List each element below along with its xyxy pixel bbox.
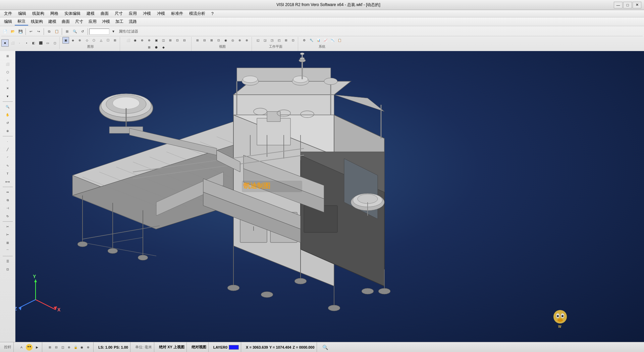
sb-layer[interactable]: ☰ bbox=[2, 258, 13, 265]
sys-icon-3[interactable]: 📊 bbox=[315, 37, 322, 44]
img-icon-5[interactable]: ▣ bbox=[153, 37, 160, 44]
sb-select-poly[interactable]: ⬡ bbox=[2, 69, 13, 76]
sys-icon-1[interactable]: ⚙ bbox=[301, 37, 308, 44]
viewport[interactable]: X Y Z 凯迪制图 KD bbox=[15, 51, 644, 342]
tab-apply[interactable]: 应用 bbox=[86, 18, 99, 25]
sb-point[interactable]: · bbox=[2, 138, 13, 145]
shape-icon-3[interactable]: ⊕ bbox=[76, 37, 83, 44]
sb-spline[interactable]: ∿ bbox=[2, 162, 13, 169]
si-ref[interactable]: ⊗ bbox=[85, 345, 91, 350]
filter-wire[interactable]: ⬜ bbox=[9, 40, 16, 46]
shape-icon-4[interactable]: ◇ bbox=[84, 37, 90, 44]
sb-snap[interactable]: ⊡ bbox=[2, 266, 13, 273]
img-icon-6[interactable]: ◫ bbox=[160, 37, 167, 44]
menu-surface[interactable]: 曲面 bbox=[98, 10, 111, 17]
sys-icon-4[interactable]: 📈 bbox=[322, 37, 329, 44]
menu-edit[interactable]: 编辑 bbox=[15, 10, 29, 17]
si-mirror2[interactable]: ⊕ bbox=[66, 345, 72, 350]
img-icon-2[interactable]: ◉ bbox=[132, 37, 139, 44]
sb-dimension[interactable]: ⟷ bbox=[2, 178, 13, 185]
sb-move[interactable]: ⇔ bbox=[2, 188, 13, 196]
tb-zoom-fit[interactable]: ⊞ bbox=[63, 28, 71, 35]
tab-flow[interactable]: 流路 bbox=[126, 18, 140, 25]
sb-deselect[interactable]: ✕ bbox=[2, 85, 13, 92]
shape-icon-7[interactable]: ☐ bbox=[105, 37, 111, 44]
tb-rotate[interactable]: ↺ bbox=[79, 28, 86, 35]
filter-face[interactable]: ◧ bbox=[30, 40, 37, 46]
tab-punch[interactable]: 冲模 bbox=[99, 18, 113, 25]
view-icon-2[interactable]: ⊟ bbox=[201, 37, 208, 44]
sb-mirror[interactable]: ⊣ bbox=[2, 205, 13, 212]
wp-icon-2[interactable]: ◲ bbox=[262, 37, 268, 44]
sys-icon-6[interactable]: 📋 bbox=[336, 37, 343, 44]
menu-model[interactable]: 建模 bbox=[84, 10, 97, 17]
menu-solid-edit[interactable]: 实体编辑 bbox=[62, 10, 83, 17]
wp-icon-4[interactable]: ◰ bbox=[276, 37, 282, 44]
filter-vertex[interactable]: ◻ bbox=[51, 40, 58, 46]
wp-icon-3[interactable]: ◳ bbox=[269, 37, 275, 44]
si-ortho[interactable]: ◫ bbox=[60, 345, 66, 350]
tb-undo[interactable]: ↩ bbox=[27, 28, 35, 35]
view-icon-7[interactable]: ⊕ bbox=[236, 37, 243, 44]
shape-icon-2[interactable]: ◈ bbox=[69, 37, 76, 44]
menu-std[interactable]: 标准件 bbox=[168, 10, 186, 17]
menu-file[interactable]: 文件 bbox=[1, 10, 15, 17]
close-button[interactable]: ✕ bbox=[633, 2, 641, 8]
tb-filter[interactable]: ▼ bbox=[110, 28, 117, 35]
sb-dynamic[interactable]: ⊕ bbox=[2, 127, 13, 135]
img-icon-3[interactable]: ⊕ bbox=[139, 37, 146, 44]
filter-body[interactable]: ⬛ bbox=[37, 40, 44, 46]
tab-wireframe[interactable]: 线架构 bbox=[28, 18, 46, 25]
img-icon-10[interactable]: ⊠ bbox=[146, 44, 153, 51]
tb-zoom-in[interactable]: 🔍 bbox=[71, 28, 78, 35]
tab-edit[interactable]: 编辑 bbox=[1, 18, 15, 25]
tab-annotation[interactable]: 标注 bbox=[15, 18, 28, 26]
si-lock[interactable]: 🔒 bbox=[72, 345, 78, 350]
sb-extend[interactable]: ⊢ bbox=[2, 231, 13, 238]
sys-icon-5[interactable]: 📉 bbox=[329, 37, 336, 44]
tab-surface[interactable]: 曲面 bbox=[59, 18, 72, 25]
img-icon-9[interactable]: ⊟ bbox=[181, 37, 188, 44]
si-snap[interactable]: ⊞ bbox=[47, 345, 53, 350]
sb-filter[interactable]: ▼ bbox=[2, 93, 13, 100]
view-icon-1[interactable]: ⊞ bbox=[194, 37, 201, 44]
img-icon-1[interactable]: ⬜ bbox=[125, 37, 131, 44]
tb-save[interactable]: 💾 bbox=[17, 28, 24, 35]
tb-redo[interactable]: ↪ bbox=[35, 28, 42, 35]
menu-dim[interactable]: 尺寸 bbox=[112, 10, 125, 17]
filter-edge[interactable]: ▭ bbox=[44, 40, 51, 46]
menu-punch1[interactable]: 冲模 bbox=[140, 10, 154, 17]
sb-text[interactable]: T bbox=[2, 170, 13, 177]
tb-paste[interactable]: 📋 bbox=[53, 28, 60, 35]
view-icon-5[interactable]: ◉ bbox=[222, 37, 229, 44]
maximize-button[interactable]: □ bbox=[623, 2, 632, 8]
sb-line[interactable]: ╱ bbox=[2, 146, 13, 153]
img-icon-8[interactable]: ⊡ bbox=[174, 37, 181, 44]
menu-mesh[interactable]: 网格 bbox=[48, 10, 61, 17]
menu-mold-flow[interactable]: 模流分析 bbox=[186, 10, 208, 17]
window-controls[interactable]: — □ ✕ bbox=[614, 2, 641, 8]
img-icon-12[interactable]: ◆ bbox=[160, 44, 167, 51]
sb-fillet[interactable]: ⌒ bbox=[2, 247, 13, 255]
status-icon-2[interactable]: ▶ bbox=[34, 345, 40, 350]
img-icon-11[interactable]: ⬟ bbox=[153, 44, 160, 51]
sb-rotate[interactable]: ↻ bbox=[2, 213, 13, 220]
sb-pan[interactable]: ✋ bbox=[2, 111, 13, 119]
tb-copy[interactable]: ⧉ bbox=[45, 28, 53, 35]
sb-zoom[interactable]: 🔍 bbox=[2, 103, 13, 111]
img-icon-4[interactable]: ⊗ bbox=[146, 37, 153, 44]
sb-select-circle[interactable]: ○ bbox=[2, 77, 13, 84]
shape-icon-1[interactable]: ▣ bbox=[62, 37, 69, 44]
menu-apply[interactable]: 应用 bbox=[126, 10, 140, 17]
wp-icon-6[interactable]: ⊡ bbox=[290, 37, 297, 44]
sb-arc[interactable]: ◜ bbox=[2, 154, 13, 161]
tab-machining[interactable]: 加工 bbox=[113, 18, 126, 25]
si-track[interactable]: ◉ bbox=[79, 345, 85, 350]
tb-open[interactable]: 📂 bbox=[9, 28, 16, 35]
shape-icon-6[interactable]: △ bbox=[98, 37, 104, 44]
wp-icon-5[interactable]: ⊞ bbox=[283, 37, 289, 44]
sb-copy2[interactable]: ⧉ bbox=[2, 196, 13, 204]
filter-point[interactable]: · bbox=[16, 40, 23, 46]
wp-icon-1[interactable]: ◱ bbox=[255, 37, 261, 44]
filter-input[interactable] bbox=[89, 29, 109, 35]
